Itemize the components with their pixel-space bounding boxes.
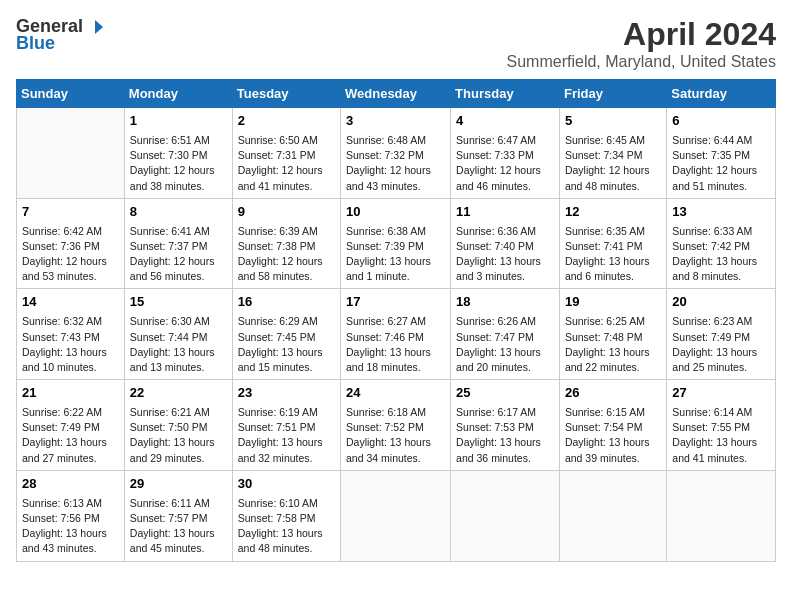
day-number: 9 [238,203,335,222]
day-info: Sunrise: 6:29 AMSunset: 7:45 PMDaylight:… [238,314,335,375]
calendar-week-3: 14Sunrise: 6:32 AMSunset: 7:43 PMDayligh… [17,289,776,380]
day-info: Sunrise: 6:47 AMSunset: 7:33 PMDaylight:… [456,133,554,194]
day-number: 21 [22,384,119,403]
calendar-cell: 27Sunrise: 6:14 AMSunset: 7:55 PMDayligh… [667,380,776,471]
day-info: Sunrise: 6:36 AMSunset: 7:40 PMDaylight:… [456,224,554,285]
day-number: 30 [238,475,335,494]
calendar-cell: 9Sunrise: 6:39 AMSunset: 7:38 PMDaylight… [232,198,340,289]
calendar-cell: 1Sunrise: 6:51 AMSunset: 7:30 PMDaylight… [124,108,232,199]
day-number: 28 [22,475,119,494]
calendar-week-4: 21Sunrise: 6:22 AMSunset: 7:49 PMDayligh… [17,380,776,471]
calendar-cell: 5Sunrise: 6:45 AMSunset: 7:34 PMDaylight… [559,108,666,199]
day-info: Sunrise: 6:26 AMSunset: 7:47 PMDaylight:… [456,314,554,375]
day-info: Sunrise: 6:41 AMSunset: 7:37 PMDaylight:… [130,224,227,285]
calendar-cell: 22Sunrise: 6:21 AMSunset: 7:50 PMDayligh… [124,380,232,471]
calendar-title: April 2024 [507,16,776,53]
calendar-header: SundayMondayTuesdayWednesdayThursdayFrid… [17,80,776,108]
day-number: 19 [565,293,661,312]
day-number: 24 [346,384,445,403]
calendar-cell: 13Sunrise: 6:33 AMSunset: 7:42 PMDayligh… [667,198,776,289]
day-number: 8 [130,203,227,222]
calendar-cell: 24Sunrise: 6:18 AMSunset: 7:52 PMDayligh… [341,380,451,471]
day-info: Sunrise: 6:10 AMSunset: 7:58 PMDaylight:… [238,496,335,557]
logo-blue: Blue [16,33,55,54]
calendar-cell: 21Sunrise: 6:22 AMSunset: 7:49 PMDayligh… [17,380,125,471]
day-number: 23 [238,384,335,403]
day-info: Sunrise: 6:17 AMSunset: 7:53 PMDaylight:… [456,405,554,466]
calendar-cell: 29Sunrise: 6:11 AMSunset: 7:57 PMDayligh… [124,470,232,561]
day-info: Sunrise: 6:45 AMSunset: 7:34 PMDaylight:… [565,133,661,194]
day-header-thursday: Thursday [451,80,560,108]
day-info: Sunrise: 6:13 AMSunset: 7:56 PMDaylight:… [22,496,119,557]
calendar-cell [17,108,125,199]
calendar-cell: 25Sunrise: 6:17 AMSunset: 7:53 PMDayligh… [451,380,560,471]
calendar-cell: 12Sunrise: 6:35 AMSunset: 7:41 PMDayligh… [559,198,666,289]
day-number: 13 [672,203,770,222]
day-number: 10 [346,203,445,222]
calendar-cell: 15Sunrise: 6:30 AMSunset: 7:44 PMDayligh… [124,289,232,380]
day-info: Sunrise: 6:38 AMSunset: 7:39 PMDaylight:… [346,224,445,285]
calendar-cell: 2Sunrise: 6:50 AMSunset: 7:31 PMDaylight… [232,108,340,199]
day-info: Sunrise: 6:39 AMSunset: 7:38 PMDaylight:… [238,224,335,285]
svg-marker-0 [95,20,103,34]
calendar-cell [559,470,666,561]
day-number: 3 [346,112,445,131]
day-info: Sunrise: 6:18 AMSunset: 7:52 PMDaylight:… [346,405,445,466]
day-number: 16 [238,293,335,312]
calendar-table: SundayMondayTuesdayWednesdayThursdayFrid… [16,79,776,562]
day-number: 7 [22,203,119,222]
calendar-week-1: 1Sunrise: 6:51 AMSunset: 7:30 PMDaylight… [17,108,776,199]
day-header-tuesday: Tuesday [232,80,340,108]
day-number: 20 [672,293,770,312]
calendar-cell: 7Sunrise: 6:42 AMSunset: 7:36 PMDaylight… [17,198,125,289]
day-header-wednesday: Wednesday [341,80,451,108]
day-number: 11 [456,203,554,222]
calendar-cell: 6Sunrise: 6:44 AMSunset: 7:35 PMDaylight… [667,108,776,199]
day-header-saturday: Saturday [667,80,776,108]
day-info: Sunrise: 6:11 AMSunset: 7:57 PMDaylight:… [130,496,227,557]
day-header-sunday: Sunday [17,80,125,108]
calendar-cell [341,470,451,561]
header: General Blue April 2024 Summerfield, Mar… [16,16,776,71]
calendar-cell: 10Sunrise: 6:38 AMSunset: 7:39 PMDayligh… [341,198,451,289]
calendar-cell: 17Sunrise: 6:27 AMSunset: 7:46 PMDayligh… [341,289,451,380]
day-info: Sunrise: 6:33 AMSunset: 7:42 PMDaylight:… [672,224,770,285]
day-number: 17 [346,293,445,312]
day-info: Sunrise: 6:44 AMSunset: 7:35 PMDaylight:… [672,133,770,194]
day-number: 15 [130,293,227,312]
day-number: 29 [130,475,227,494]
calendar-cell: 3Sunrise: 6:48 AMSunset: 7:32 PMDaylight… [341,108,451,199]
day-info: Sunrise: 6:27 AMSunset: 7:46 PMDaylight:… [346,314,445,375]
day-info: Sunrise: 6:25 AMSunset: 7:48 PMDaylight:… [565,314,661,375]
day-info: Sunrise: 6:22 AMSunset: 7:49 PMDaylight:… [22,405,119,466]
day-info: Sunrise: 6:48 AMSunset: 7:32 PMDaylight:… [346,133,445,194]
day-info: Sunrise: 6:30 AMSunset: 7:44 PMDaylight:… [130,314,227,375]
day-number: 27 [672,384,770,403]
calendar-cell: 14Sunrise: 6:32 AMSunset: 7:43 PMDayligh… [17,289,125,380]
title-area: April 2024 Summerfield, Maryland, United… [507,16,776,71]
calendar-cell [667,470,776,561]
day-number: 18 [456,293,554,312]
calendar-week-2: 7Sunrise: 6:42 AMSunset: 7:36 PMDaylight… [17,198,776,289]
day-number: 6 [672,112,770,131]
calendar-cell: 4Sunrise: 6:47 AMSunset: 7:33 PMDaylight… [451,108,560,199]
day-number: 22 [130,384,227,403]
day-number: 5 [565,112,661,131]
calendar-week-5: 28Sunrise: 6:13 AMSunset: 7:56 PMDayligh… [17,470,776,561]
day-header-monday: Monday [124,80,232,108]
day-info: Sunrise: 6:32 AMSunset: 7:43 PMDaylight:… [22,314,119,375]
calendar-cell: 19Sunrise: 6:25 AMSunset: 7:48 PMDayligh… [559,289,666,380]
day-info: Sunrise: 6:21 AMSunset: 7:50 PMDaylight:… [130,405,227,466]
calendar-cell [451,470,560,561]
calendar-cell: 16Sunrise: 6:29 AMSunset: 7:45 PMDayligh… [232,289,340,380]
calendar-cell: 8Sunrise: 6:41 AMSunset: 7:37 PMDaylight… [124,198,232,289]
logo: General Blue [16,16,103,54]
calendar-subtitle: Summerfield, Maryland, United States [507,53,776,71]
calendar-cell: 18Sunrise: 6:26 AMSunset: 7:47 PMDayligh… [451,289,560,380]
day-number: 4 [456,112,554,131]
calendar-cell: 28Sunrise: 6:13 AMSunset: 7:56 PMDayligh… [17,470,125,561]
day-number: 1 [130,112,227,131]
calendar-cell: 20Sunrise: 6:23 AMSunset: 7:49 PMDayligh… [667,289,776,380]
day-info: Sunrise: 6:50 AMSunset: 7:31 PMDaylight:… [238,133,335,194]
calendar-cell: 26Sunrise: 6:15 AMSunset: 7:54 PMDayligh… [559,380,666,471]
